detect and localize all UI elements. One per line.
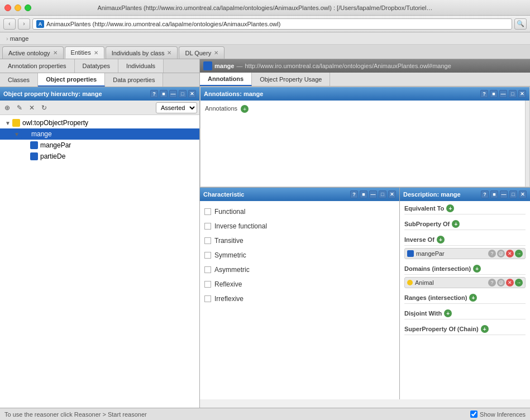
tab-entities[interactable]: Entities ✕	[65, 46, 104, 59]
tab-annotation-properties[interactable]: Annotation properties	[0, 59, 75, 73]
domains-add[interactable]: +	[473, 265, 481, 273]
mangepar-question-btn[interactable]: ?	[488, 250, 496, 257]
asymmetric-checkbox[interactable]	[204, 266, 211, 273]
characteristics-header: Characteristic ? ■ — □ ✕	[200, 188, 399, 201]
tree-item-partiede[interactable]: partieDe	[0, 151, 199, 162]
characteristics-panel: Characteristic ? ■ — □ ✕ Functional	[200, 187, 400, 399]
animal-at-btn[interactable]: @	[497, 279, 505, 287]
animal-delete-btn[interactable]: ✕	[506, 279, 514, 287]
tab-individuals[interactable]: Individuals	[118, 59, 164, 73]
address-icon: A	[36, 20, 44, 28]
desc-icon-5[interactable]: ✕	[519, 190, 527, 198]
tree-item-mange[interactable]: ▼ mange	[0, 128, 199, 140]
tab-active-ontology[interactable]: Active ontology ✕	[2, 46, 64, 59]
forward-button[interactable]: ›	[18, 18, 30, 30]
tab-data-properties[interactable]: Data properties	[105, 73, 163, 87]
ann-icon-5[interactable]: ✕	[518, 90, 526, 98]
annotations-label: Annotations	[205, 105, 237, 112]
subproperty-of-add[interactable]: +	[452, 220, 460, 228]
char-icon-3[interactable]: —	[369, 190, 377, 198]
back-button[interactable]: ‹	[3, 18, 16, 30]
tab-close-dl-query[interactable]: ✕	[214, 50, 218, 56]
section-domains: Domains (intersection) + Animal ? @ ✕ →	[404, 265, 526, 288]
toolbar-icon-edit[interactable]: ✎	[15, 103, 25, 113]
char-icon-2[interactable]: ■	[360, 190, 367, 198]
annotations-add-button[interactable]: +	[241, 105, 249, 113]
annotations-scrollbar[interactable]	[525, 101, 529, 187]
char-row-symmetric[interactable]: Symmetric	[204, 249, 395, 261]
tab-close-individuals[interactable]: ✕	[167, 50, 171, 56]
animal-goto-btn[interactable]: →	[515, 279, 523, 287]
annotations-title: Annotations: mange	[204, 90, 263, 97]
annotations-body: Annotations +	[200, 101, 529, 117]
traffic-lights[interactable]	[4, 4, 31, 11]
section-subproperty-of: SubProperty Of +	[404, 220, 526, 230]
show-inferences-checkbox[interactable]	[470, 411, 478, 418]
mangepar-delete-btn[interactable]: ✕	[506, 250, 514, 257]
animal-actions: ? @ ✕ →	[488, 279, 523, 287]
char-row-inverse-functional[interactable]: Inverse functional	[204, 220, 395, 232]
tab-object-properties[interactable]: Object properties	[38, 73, 105, 87]
ann-icon-4[interactable]: □	[509, 90, 517, 98]
inverse-functional-checkbox[interactable]	[204, 223, 211, 230]
char-row-transitive[interactable]: Transitive	[204, 235, 395, 247]
toolbar-icon-delete[interactable]: ✕	[27, 103, 37, 113]
tab-classes[interactable]: Classes	[0, 73, 38, 87]
close-button[interactable]	[4, 4, 11, 11]
panel-icon-1[interactable]: ?	[150, 90, 158, 98]
mangepar-icon	[407, 250, 414, 257]
panel-icon-5[interactable]: ✕	[188, 90, 196, 98]
tab-datatypes[interactable]: Datatypes	[75, 59, 119, 73]
tree-item-mangepar[interactable]: mangePar	[0, 140, 199, 151]
ranges-add[interactable]: +	[469, 294, 477, 302]
minimize-button[interactable]	[15, 4, 21, 11]
mangepar-at-btn[interactable]: @	[497, 250, 505, 257]
desc-icon-4[interactable]: □	[509, 190, 517, 198]
transitive-checkbox[interactable]	[204, 237, 211, 244]
animal-question-btn[interactable]: ?	[488, 279, 496, 287]
char-icon-4[interactable]: □	[379, 190, 386, 198]
desc-icon-2[interactable]: ■	[490, 190, 498, 198]
char-row-functional[interactable]: Functional	[204, 206, 395, 218]
expand-icon-mange: ▼	[13, 131, 20, 137]
irreflexive-checkbox[interactable]	[204, 295, 211, 302]
tab-annotations[interactable]: Annotations	[200, 73, 252, 86]
mangepar-text: mangePar	[416, 250, 486, 257]
ann-icon-3[interactable]: —	[499, 90, 507, 98]
tab-close-entities[interactable]: ✕	[94, 50, 98, 56]
inverse-of-add[interactable]: +	[437, 236, 445, 244]
domain-item-animal: Animal ? @ ✕ →	[404, 277, 526, 288]
char-row-irreflexive[interactable]: Irreflexive	[204, 293, 395, 305]
desc-icon-3[interactable]: —	[500, 190, 508, 198]
char-icon-1[interactable]: ?	[350, 190, 358, 198]
toolbar-icon-add[interactable]: ⊕	[2, 103, 12, 113]
panel-icon-2[interactable]: ■	[160, 90, 168, 98]
maximize-button[interactable]	[25, 4, 31, 11]
functional-checkbox[interactable]	[204, 208, 211, 215]
description-body: Equivalent To + SubProperty Of +	[400, 201, 530, 399]
symmetric-checkbox[interactable]	[204, 252, 211, 259]
disjoint-with-add[interactable]: +	[444, 309, 452, 317]
address-field[interactable]: A AnimauxPlantes (http://www.iro.umontre…	[32, 18, 512, 30]
char-row-asymmetric[interactable]: Asymmetric	[204, 264, 395, 276]
tab-close-active-ontology[interactable]: ✕	[53, 50, 58, 56]
tree-item-top-object-property[interactable]: ▼ owl:topObjectProperty	[0, 117, 199, 128]
toolbar-icon-refresh[interactable]: ↻	[39, 103, 49, 113]
tab-individuals-by-class[interactable]: Individuals by class ✕	[106, 46, 178, 59]
superproperty-of-chain-add[interactable]: +	[481, 325, 489, 333]
panel-icon-4[interactable]: □	[179, 90, 187, 98]
ann-icon-2[interactable]: ■	[490, 90, 498, 98]
bottom-row: Characteristic ? ■ — □ ✕ Functional	[200, 187, 530, 399]
tab-dl-query[interactable]: DL Query ✕	[179, 46, 225, 59]
desc-icon-1[interactable]: ?	[481, 190, 489, 198]
char-row-reflexive[interactable]: Reflexive	[204, 278, 395, 290]
equivalent-to-add[interactable]: +	[446, 204, 454, 212]
mangepar-goto-btn[interactable]: →	[515, 250, 523, 257]
panel-icon-3[interactable]: —	[169, 90, 177, 98]
tab-object-property-usage[interactable]: Object Property Usage	[252, 73, 330, 86]
reflexive-checkbox[interactable]	[204, 281, 211, 288]
asserted-select[interactable]: Asserted Inferred	[156, 102, 197, 113]
search-button[interactable]: 🔍	[514, 18, 527, 30]
char-icon-5[interactable]: ✕	[388, 190, 396, 198]
ann-icon-1[interactable]: ?	[480, 90, 488, 98]
